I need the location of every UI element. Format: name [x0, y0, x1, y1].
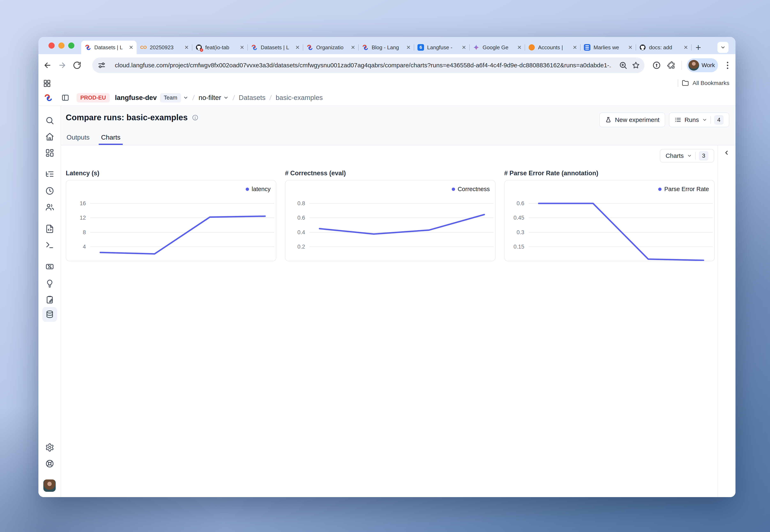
chart-legend: Parse Error Rate: [658, 186, 709, 193]
org-name[interactable]: langfuse-dev: [115, 94, 157, 102]
legend-dot-icon: [452, 188, 455, 191]
button-divider: [710, 116, 711, 124]
bookmark-star-icon[interactable]: [631, 60, 641, 70]
new-tab-button[interactable]: +: [693, 42, 704, 53]
project-chevron-down-icon[interactable]: [223, 95, 229, 100]
github-pr-favicon-icon: ✕: [196, 44, 203, 51]
address-bar[interactable]: cloud.langfuse.com/project/cmfwgv8fx002o…: [92, 57, 645, 73]
browser-tab[interactable]: Google Ge ✕: [469, 41, 525, 54]
users-icon[interactable]: [44, 202, 55, 213]
annotation-clipboard-pen-icon[interactable]: [44, 294, 55, 305]
url-text: cloud.langfuse.com/project/cmfwgv8fx002o…: [115, 62, 612, 69]
browser-toolbar: cloud.langfuse.com/project/cmfwgv8fx002o…: [38, 54, 736, 76]
tab-overflow-chevron-button[interactable]: [717, 42, 729, 53]
password-manager-icon[interactable]: [652, 60, 662, 70]
browser-tab[interactable]: ✕ feat(io-tab ✕: [192, 41, 248, 54]
tab-title: Accounts |: [538, 44, 570, 51]
button-divider: [695, 152, 696, 160]
settings-gear-icon[interactable]: [44, 442, 55, 453]
charts-filter-button[interactable]: Charts 3: [660, 149, 714, 163]
breadcrumb-dataset-name[interactable]: basic-examples: [276, 94, 323, 102]
search-icon[interactable]: [44, 115, 55, 126]
back-button[interactable]: [42, 60, 52, 70]
charts-content: Charts 3 Latency (s) latency 161284: [61, 145, 736, 497]
tab-close-icon[interactable]: ✕: [628, 45, 633, 50]
toolbar-divider: [682, 61, 682, 70]
tab-close-icon[interactable]: ✕: [517, 45, 522, 50]
apps-grid-icon[interactable]: [42, 78, 52, 88]
dashboards-icon[interactable]: [44, 147, 55, 158]
line-series: [90, 180, 274, 261]
tab-close-icon[interactable]: ✕: [240, 45, 244, 50]
browser-tab[interactable]: 6 Langfuse - ✕: [414, 41, 469, 54]
browser-tab[interactable]: Datasets | L ✕: [248, 41, 303, 54]
browser-tab[interactable]: docs: add ✕: [636, 41, 691, 54]
new-experiment-button[interactable]: New experiment: [599, 112, 665, 127]
playground-terminal-icon[interactable]: [44, 240, 55, 251]
y-tick-label: 0.2: [285, 243, 305, 250]
tab-close-icon[interactable]: ✕: [406, 45, 411, 50]
evaluation-percent-icon[interactable]: [44, 261, 55, 272]
collapse-panel-chevron-icon[interactable]: [723, 149, 730, 156]
tab-close-icon[interactable]: ✕: [184, 45, 189, 50]
profile-avatar: [689, 60, 699, 71]
reload-button[interactable]: [72, 60, 82, 70]
project-name[interactable]: no-filter: [199, 94, 221, 102]
extensions-puzzle-icon[interactable]: [667, 60, 677, 70]
y-tick-label: 0.6: [285, 214, 305, 221]
org-type-badge: Team: [160, 93, 181, 102]
tab-close-icon[interactable]: ✕: [462, 45, 466, 50]
browser-tab-datasets-active[interactable]: Datasets | L ✕: [81, 41, 137, 54]
tracing-tree-icon[interactable]: [44, 169, 55, 180]
line-series: [528, 180, 713, 261]
sidebar-toggle-icon[interactable]: [61, 94, 69, 102]
breadcrumb-separator: /: [269, 94, 272, 102]
breadcrumb-datasets-link[interactable]: Datasets: [239, 94, 266, 102]
all-bookmarks-label[interactable]: All Bookmarks: [693, 80, 729, 86]
datasets-database-icon[interactable]: [44, 309, 55, 320]
user-avatar[interactable]: [43, 479, 56, 492]
runs-label: Runs: [685, 116, 699, 123]
browser-tab[interactable]: Blog - Lang ✕: [359, 41, 414, 54]
window-close-button[interactable]: [48, 42, 55, 49]
sessions-clock-icon[interactable]: [44, 185, 55, 196]
tab-charts[interactable]: Charts: [101, 134, 120, 145]
new-experiment-label: New experiment: [615, 116, 660, 123]
browser-menu-kebab-icon[interactable]: [723, 60, 732, 70]
tab-title: Langfuse -: [427, 44, 459, 51]
gridline-baseline: [528, 261, 713, 261]
page-title: Compare runs: basic-examples: [66, 113, 188, 122]
site-settings-tune-icon[interactable]: [97, 60, 107, 70]
chart-legend: latency: [246, 186, 271, 193]
tab-close-icon[interactable]: ✕: [129, 45, 133, 50]
tab-outputs[interactable]: Outputs: [67, 134, 89, 145]
window-zoom-button[interactable]: [68, 42, 74, 49]
browser-tab[interactable]: Accounts | ✕: [525, 41, 581, 54]
browser-tab[interactable]: Organizatio ✕: [303, 41, 359, 54]
browser-tab[interactable]: Marlies we ✕: [581, 41, 636, 54]
tab-close-icon[interactable]: ✕: [684, 45, 688, 50]
browser-tab[interactable]: CO 20250923 ✕: [137, 41, 192, 54]
browser-tab-strip: Datasets | L ✕ CO 20250923 ✕ ✕ feat(io-t…: [38, 37, 736, 54]
bookmarks-divider: [678, 79, 678, 87]
tab-close-icon[interactable]: ✕: [572, 45, 577, 50]
tab-title: Google Ge: [483, 44, 514, 51]
runs-dropdown-button[interactable]: Runs 4: [669, 112, 729, 127]
prompts-file-code-icon[interactable]: [44, 223, 55, 234]
tab-close-icon[interactable]: ✕: [295, 45, 300, 50]
support-lifebuoy-icon[interactable]: [44, 458, 55, 469]
profile-chip[interactable]: Work: [687, 58, 718, 72]
tab-close-icon[interactable]: ✕: [351, 45, 355, 50]
zoom-magnifier-icon[interactable]: [618, 60, 628, 70]
browser-window: Datasets | L ✕ CO 20250923 ✕ ✕ feat(io-t…: [38, 37, 736, 497]
y-tick-label: 0.8: [285, 200, 305, 207]
y-tick-label: 0.45: [504, 214, 524, 221]
y-tick-label: 0.6: [504, 200, 524, 207]
insights-lightbulb-icon[interactable]: [44, 278, 55, 289]
info-icon[interactable]: [192, 114, 199, 121]
window-minimize-button[interactable]: [58, 42, 64, 49]
home-icon[interactable]: [44, 131, 55, 142]
forward-button[interactable]: [57, 60, 67, 70]
org-chevron-down-icon[interactable]: [183, 95, 188, 100]
chart-card: latency 161284: [66, 180, 276, 261]
